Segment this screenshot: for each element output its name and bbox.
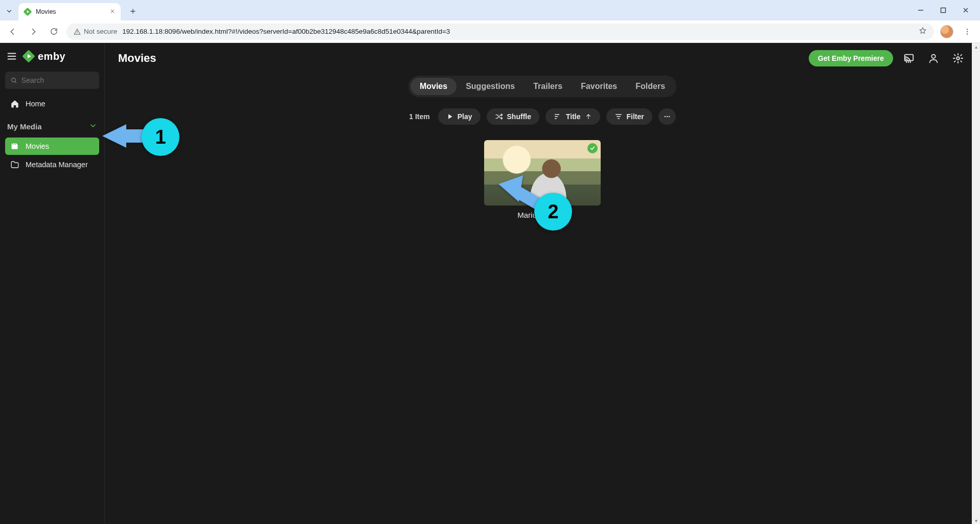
- chevron-down-icon: [6, 8, 13, 15]
- media-thumbnail[interactable]: [484, 140, 601, 206]
- sidebar-item-label: Home: [26, 100, 45, 108]
- profile-avatar-icon: [940, 25, 953, 38]
- browser-tab-title: Movies: [36, 8, 105, 15]
- filter-icon: [614, 112, 623, 121]
- svg-point-11: [665, 116, 666, 117]
- play-button[interactable]: Play: [438, 108, 481, 125]
- arrow-up-icon: [585, 113, 592, 120]
- emby-logo[interactable]: emby: [22, 50, 65, 62]
- scroll-up-icon: ▴: [973, 44, 978, 49]
- plus-icon: [129, 8, 136, 15]
- nav-reload-button[interactable]: [46, 24, 61, 39]
- media-card[interactable]: Marius hosting: [484, 140, 601, 219]
- address-bar: Not secure 192.168.1.18:8096/web/index.h…: [0, 20, 980, 43]
- maximize-icon: [940, 7, 946, 13]
- sidebar: emby Home My Media Movies Metadata Manag…: [0, 43, 105, 524]
- window-minimize-button[interactable]: [909, 2, 932, 18]
- sidebar-item-label: Movies: [26, 142, 49, 150]
- play-icon: [446, 113, 453, 120]
- svg-point-12: [667, 116, 668, 117]
- sidebar-item-metadata-manager[interactable]: Metadata Manager: [5, 156, 99, 173]
- svg-point-13: [669, 116, 670, 117]
- arrow-right-icon: [29, 27, 38, 36]
- sidebar-section-my-media[interactable]: My Media: [5, 119, 99, 131]
- tab-folders[interactable]: Folders: [626, 78, 674, 95]
- close-icon: [109, 8, 116, 14]
- ellipsis-icon: [663, 112, 671, 121]
- user-button[interactable]: [925, 50, 942, 67]
- tab-trailers[interactable]: Trailers: [524, 78, 572, 95]
- sidebar-item-movies[interactable]: Movies: [5, 138, 99, 155]
- sidebar-toggle-button[interactable]: [6, 51, 17, 62]
- play-label: Play: [458, 112, 472, 121]
- watched-badge: [587, 143, 598, 153]
- site-security-chip[interactable]: Not secure: [74, 28, 117, 35]
- nav-back-button[interactable]: [5, 24, 20, 39]
- arrow-left-icon: [8, 27, 17, 36]
- sort-label: Title: [566, 112, 581, 121]
- omnibox[interactable]: Not secure 192.168.1.18:8096/web/index.h…: [66, 24, 934, 40]
- star-icon: [919, 27, 927, 35]
- thumbnail-image-overlay: [517, 154, 580, 206]
- viewport-scrollbar[interactable]: ▴ ▾: [972, 43, 980, 524]
- settings-button[interactable]: [949, 50, 967, 67]
- emby-favicon-icon: [24, 8, 32, 16]
- minimize-icon: [918, 7, 924, 13]
- sidebar-media-list: Movies Metadata Manager: [5, 138, 99, 173]
- emby-logo-text: emby: [38, 51, 65, 62]
- media-title: Marius hosting: [484, 211, 601, 219]
- kebab-icon: [963, 28, 971, 36]
- svg-point-2: [77, 33, 77, 33]
- item-count: 1 Item: [409, 112, 429, 121]
- cast-button[interactable]: [900, 50, 918, 67]
- svg-rect-1: [941, 8, 946, 13]
- browser-tab[interactable]: Movies: [18, 3, 121, 20]
- more-button[interactable]: [658, 108, 676, 125]
- new-tab-button[interactable]: [126, 4, 140, 18]
- svg-point-10: [956, 57, 960, 60]
- main-area: Movies Get Emby Premiere Movies Suggesti…: [105, 43, 980, 524]
- window-controls: [909, 0, 980, 20]
- security-label: Not secure: [84, 28, 117, 35]
- cast-icon: [903, 53, 915, 64]
- svg-point-9: [931, 55, 935, 58]
- tab-suggestions[interactable]: Suggestions: [457, 78, 524, 95]
- tab-close-button[interactable]: [109, 8, 116, 16]
- sidebar-item-home[interactable]: Home: [5, 95, 99, 112]
- filter-label: Filter: [627, 112, 644, 121]
- profile-button[interactable]: [939, 24, 954, 39]
- window-close-button[interactable]: [954, 2, 977, 18]
- chrome-menu-button[interactable]: [960, 24, 975, 39]
- shuffle-button[interactable]: Shuffle: [487, 108, 539, 125]
- tab-strip: Movies: [0, 0, 980, 20]
- filter-button[interactable]: Filter: [606, 108, 652, 125]
- movie-icon: [10, 142, 19, 151]
- search-input[interactable]: [21, 76, 94, 84]
- shuffle-label: Shuffle: [507, 112, 531, 121]
- get-premiere-button[interactable]: Get Emby Premiere: [809, 50, 893, 66]
- view-tabs: Movies Suggestions Trailers Favorites Fo…: [105, 76, 980, 97]
- window-maximize-button[interactable]: [932, 2, 954, 18]
- sidebar-section-label: My Media: [7, 122, 42, 131]
- app-root: emby Home My Media Movies Metadata Manag…: [0, 43, 980, 524]
- emby-logo-icon: [22, 50, 35, 62]
- list-toolbar: 1 Item Play Shuffle Title Filter: [105, 108, 980, 125]
- scroll-down-icon: ▾: [973, 518, 978, 523]
- topbar: Movies Get Emby Premiere: [105, 43, 980, 74]
- nav-forward-button[interactable]: [26, 24, 41, 39]
- page-title: Movies: [118, 52, 156, 65]
- sidebar-search[interactable]: [5, 72, 99, 89]
- tab-favorites[interactable]: Favorites: [572, 78, 626, 95]
- sort-button[interactable]: Title: [545, 108, 600, 125]
- gear-icon: [952, 53, 964, 64]
- reload-icon: [50, 27, 58, 36]
- search-icon: [10, 76, 17, 84]
- shuffle-icon: [495, 112, 503, 121]
- tabs-dropdown-button[interactable]: [3, 4, 15, 18]
- tab-movies[interactable]: Movies: [411, 78, 457, 95]
- svg-point-3: [967, 29, 968, 30]
- svg-rect-8: [905, 55, 914, 61]
- chevron-down-icon: [89, 122, 97, 131]
- svg-point-4: [967, 31, 968, 32]
- bookmark-button[interactable]: [919, 27, 927, 36]
